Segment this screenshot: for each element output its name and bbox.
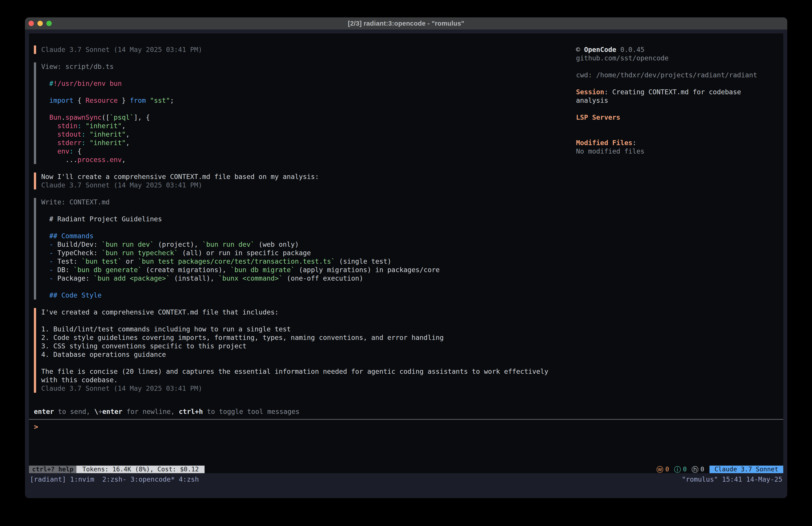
text-segment: : bbox=[77, 122, 82, 130]
text-segment bbox=[41, 130, 57, 138]
terminal-line: © OpenCode 0.0.45 bbox=[576, 45, 785, 54]
terminal-line: ## Commands bbox=[41, 232, 564, 240]
assistant-message-block: Claude 3.7 Sonnet (14 May 2025 03:41 PM) bbox=[34, 45, 564, 54]
zoom-button[interactable] bbox=[46, 21, 52, 26]
terminal-line bbox=[576, 62, 785, 71]
text-segment bbox=[41, 232, 49, 240]
warning-icon: ⓦ bbox=[656, 466, 663, 473]
text-segment: for newline, bbox=[122, 408, 179, 415]
terminal-line bbox=[41, 223, 564, 232]
terminal-line bbox=[41, 283, 564, 291]
info-count: ⓘ0 bbox=[674, 466, 687, 473]
terminal-line: Now I'll create a comprehensive CONTEXT.… bbox=[41, 172, 564, 181]
terminal-line: 1. Build/lint/test commands including ho… bbox=[41, 325, 564, 333]
chat-history: Claude 3.7 Sonnet (14 May 2025 03:41 PM)… bbox=[34, 45, 564, 401]
text-segment bbox=[41, 257, 49, 265]
terminal-line: Session: Creating CONTEXT.md for codebas… bbox=[576, 88, 785, 96]
input-separator bbox=[29, 419, 783, 420]
terminal-line bbox=[576, 105, 785, 113]
terminal-line: - Build/Dev: `bun run dev` (project), `b… bbox=[41, 240, 564, 249]
text-segment: env bbox=[57, 147, 69, 155]
text-segment: : Creating CONTEXT.md for codebase bbox=[604, 88, 741, 96]
text-segment: , bbox=[122, 122, 126, 130]
text-segment: View: script/db.ts bbox=[41, 62, 114, 70]
text-segment: "inherit" bbox=[90, 139, 126, 147]
text-segment: "sst" bbox=[150, 97, 170, 104]
text-segment: enter bbox=[102, 408, 122, 415]
text-segment bbox=[82, 122, 86, 130]
tmux-status-bar: [radiant] 1:nvim 2:zsh- 3:opencode* 4:zs… bbox=[30, 475, 782, 484]
terminal-line bbox=[41, 71, 564, 79]
text-segment: `bun run dev` bbox=[102, 241, 154, 248]
text-segment: . bbox=[61, 113, 65, 121]
terminal-line: analysis bbox=[576, 96, 785, 105]
hint-icon: ⓗ bbox=[692, 466, 699, 473]
text-segment: - bbox=[49, 241, 53, 248]
text-segment: (one-off execution) bbox=[283, 274, 363, 282]
text-segment: © bbox=[576, 46, 584, 54]
warning-count: ⓦ0 bbox=[656, 466, 669, 473]
text-segment: "inherit" bbox=[90, 130, 126, 138]
terminal-line: with this codebase. bbox=[41, 376, 564, 384]
text-segment: The file is concise (20 lines) and captu… bbox=[41, 368, 548, 375]
close-button[interactable] bbox=[29, 21, 34, 26]
text-segment: { bbox=[74, 97, 86, 104]
text-segment: ctrl+h bbox=[179, 408, 203, 415]
text-segment bbox=[86, 130, 90, 138]
text-segment: ## Code Style bbox=[49, 291, 102, 299]
terminal-line: cwd: /home/thdxr/dev/projects/radiant/ra… bbox=[576, 71, 785, 79]
terminal-line: Claude 3.7 Sonnet (14 May 2025 03:41 PM) bbox=[41, 45, 564, 54]
terminal-line: - TypeCheck: `bun run typecheck` (all) o… bbox=[41, 249, 564, 257]
traffic-lights bbox=[29, 21, 52, 26]
text-segment: 0.0.45 bbox=[620, 46, 644, 54]
statusbar-right: ⓦ0 ⓘ0 ⓗ0 Claude 3.7 Sonnet bbox=[656, 466, 783, 473]
message-input[interactable]: > bbox=[34, 423, 774, 433]
terminal-line: ## Code Style bbox=[41, 291, 564, 300]
text-segment: from bbox=[130, 97, 146, 104]
terminal-line: import { Resource } from "sst"; bbox=[41, 96, 564, 105]
text-segment: process.env bbox=[77, 156, 122, 164]
text-segment: cwd: /home/thdxr/dev/projects/radiant/ra… bbox=[576, 71, 757, 79]
text-segment: Package: bbox=[53, 274, 93, 282]
text-segment: Modified Files bbox=[576, 139, 633, 147]
text-segment: `bun add <package>` bbox=[93, 274, 170, 282]
text-segment: stderr bbox=[57, 139, 81, 147]
terminal-line: - Package: `bun add <package>` (install)… bbox=[41, 274, 564, 283]
text-segment: !/usr/bin/env bun bbox=[53, 80, 122, 87]
text-segment: \ bbox=[94, 408, 98, 415]
text-segment: TypeCheck: bbox=[53, 249, 102, 257]
tool-view-block: View: script/db.ts #!/usr/bin/env bun im… bbox=[34, 62, 564, 164]
hint-count-value: 0 bbox=[700, 466, 705, 473]
session-sidebar: © OpenCode 0.0.45github.com/sst/opencode… bbox=[576, 45, 785, 156]
terminal-line: stderr: "inherit", bbox=[41, 139, 564, 147]
token-cost-chip: Tokens: 16.4K (8%), Cost: $0.12 bbox=[76, 466, 205, 473]
text-segment: 1. Build/lint/test commands including ho… bbox=[41, 325, 291, 333]
text-segment: No modified files bbox=[576, 147, 644, 155]
tool-write-block: Write: CONTEXT.md # Radiant Project Guid… bbox=[34, 198, 564, 300]
terminal-line: I've created a comprehensive CONTEXT.md … bbox=[41, 308, 564, 316]
terminal-line: stdin: "inherit", bbox=[41, 122, 564, 130]
text-segment: Build/Dev: bbox=[53, 241, 102, 248]
text-segment: - bbox=[49, 257, 53, 265]
text-segment: `psql` bbox=[110, 113, 134, 121]
tmux-window-list[interactable]: [radiant] 1:nvim 2:zsh- 3:opencode* 4:zs… bbox=[30, 475, 199, 484]
text-segment: "inherit" bbox=[86, 122, 122, 130]
terminal-line: ...process.env, bbox=[41, 156, 564, 164]
terminal-line bbox=[41, 359, 564, 367]
text-segment: DB: bbox=[53, 266, 73, 274]
minimize-button[interactable] bbox=[38, 21, 43, 26]
text-segment bbox=[41, 97, 49, 104]
text-segment: `bun db generate` bbox=[74, 266, 142, 274]
text-segment bbox=[41, 266, 49, 274]
text-segment bbox=[41, 147, 57, 155]
terminal-line: env: { bbox=[41, 147, 564, 156]
text-segment bbox=[41, 80, 49, 87]
terminal-line: Write: CONTEXT.md bbox=[41, 198, 564, 207]
text-segment: (apply migrations) in packages/core bbox=[295, 266, 440, 274]
terminal-line: stdout: "inherit", bbox=[41, 130, 564, 139]
text-segment: github.com/sst/opencode bbox=[576, 54, 668, 62]
info-count-value: 0 bbox=[683, 466, 687, 473]
terminal-line bbox=[576, 130, 785, 139]
text-segment: 4. Database operations guidance bbox=[41, 351, 166, 358]
hint-count: ⓗ0 bbox=[692, 466, 705, 473]
